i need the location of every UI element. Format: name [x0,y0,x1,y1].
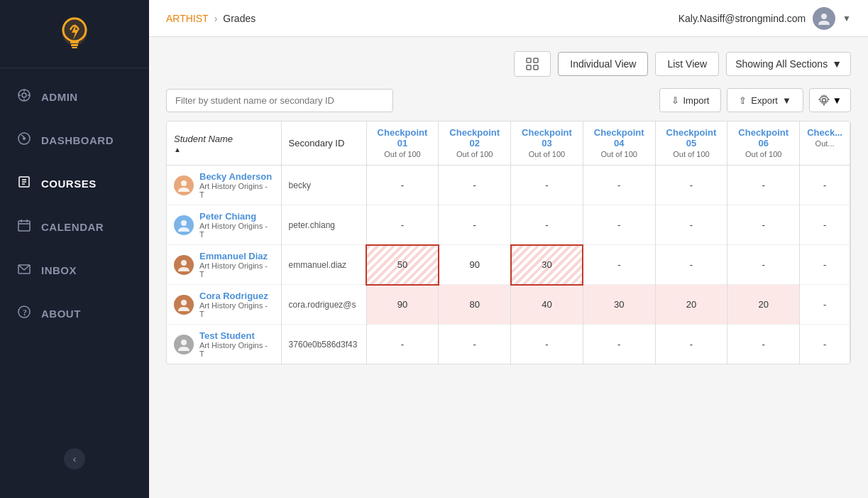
score-value: - [762,180,765,190]
score-cell[interactable]: - [511,166,583,205]
individual-view-button[interactable]: Individual View [558,52,648,76]
table-row: Becky Anderson Art History Origins - T b… [167,166,850,205]
score-cell[interactable]: - [800,166,850,205]
score-cell[interactable]: - [727,166,800,205]
score-cell[interactable]: - [655,325,727,364]
student-avatar [174,175,194,195]
checkpoint-03-header[interactable]: Checkpoint 03 Out of 100 [511,121,583,166]
sidebar-nav: ADMIN DASHBOARD COURSES CALENDAR INBOX [0,75,149,498]
checkpoint-02-label: Checkpoint 02 [449,127,500,148]
topbar-user[interactable]: Kaly.Nasiff@strongmind.com ▼ [679,7,851,30]
checkpoint-01-header[interactable]: Checkpoint 01 Out of 100 [366,121,439,166]
student-name[interactable]: Cora Rodriguez [199,291,274,301]
score-value: - [401,220,404,230]
collapse-button[interactable]: ‹ [64,448,85,470]
checkpoint-02-header[interactable]: Checkpoint 02 Out of 100 [439,121,511,166]
user-email: Kaly.Nasiff@strongmind.com [679,13,806,24]
sidebar-item-courses[interactable]: COURSES [0,162,149,205]
score-cell[interactable]: - [366,166,439,205]
dashboard-icon [17,131,31,149]
score-cell[interactable]: - [655,205,727,245]
sidebar-item-about[interactable]: ? ABOUT [0,292,149,335]
avatar [813,7,835,30]
score-cell[interactable]: - [366,325,439,364]
score-cell[interactable]: 20 [727,285,800,325]
export-button[interactable]: ⇧ Export ▼ [727,88,803,112]
score-cell[interactable]: - [655,166,727,205]
score-cell[interactable]: - [583,205,655,245]
calendar-icon [17,218,31,236]
student-cell: Peter Chiang Art History Origins - T [167,205,281,245]
breadcrumb-separator: › [214,13,218,24]
score-cell[interactable]: - [727,205,800,245]
secondary-id-cell: cora.rodriguez@s [281,285,366,325]
score-cell[interactable]: 30 [583,285,655,325]
score-cell[interactable]: 50 [366,245,439,285]
score-cell[interactable]: - [583,325,655,364]
sidebar-item-dashboard-label: DASHBOARD [41,134,114,146]
score-cell[interactable]: - [511,325,583,364]
score-cell[interactable]: - [800,245,850,285]
table-row: Emmanuel Diaz Art History Origins - T em… [167,245,850,285]
score-cell[interactable]: - [800,325,850,364]
action-buttons: ⇩ Import ⇧ Export ▼ ▼ [659,88,852,112]
score-cell[interactable]: - [439,325,511,364]
settings-button[interactable]: ▼ [809,88,851,112]
breadcrumb-link[interactable]: ARTHIST [166,13,209,24]
svg-text:?: ? [23,308,28,318]
score-cell[interactable]: 40 [511,285,583,325]
score-cell[interactable]: - [727,325,800,364]
student-name[interactable]: Emmanuel Diaz [199,251,274,261]
student-name[interactable]: Peter Chiang [199,211,274,222]
checkpoint-06-header[interactable]: Checkpoint 06 Out of 100 [727,121,800,166]
student-name-header[interactable]: Student Name ▲ [167,121,281,166]
score-cell[interactable]: 30 [511,245,583,285]
grid-view-icon-button[interactable] [514,51,551,77]
score-value: - [823,180,826,190]
sidebar-logo [0,0,149,68]
sidebar: ADMIN DASHBOARD COURSES CALENDAR INBOX [0,0,149,498]
score-cell[interactable]: - [439,205,511,245]
score-value: - [823,220,826,230]
student-name[interactable]: Test Student [199,330,274,341]
showing-all-sections-button[interactable]: Showing All Sections ▼ [726,52,851,76]
score-value: - [762,220,765,230]
score-cell[interactable]: - [366,205,439,245]
checkpoint-02-subtext: Out of 100 [456,150,493,158]
score-cell[interactable]: 80 [439,285,511,325]
student-name[interactable]: Becky Anderson [199,171,274,182]
score-cell[interactable]: - [439,166,511,205]
search-input[interactable] [166,89,393,112]
secondary-id-cell: peter.chiang [281,205,366,245]
sidebar-item-inbox[interactable]: INBOX [0,249,149,292]
sidebar-item-admin[interactable]: ADMIN [0,75,149,119]
score-cell[interactable]: - [655,245,727,285]
sidebar-item-calendar-label: CALENDAR [41,221,104,233]
sidebar-item-calendar[interactable]: CALENDAR [0,205,149,249]
export-icon: ⇧ [739,95,747,106]
checkpoint-04-header[interactable]: Checkpoint 04 Out of 100 [583,121,655,166]
sidebar-item-dashboard[interactable]: DASHBOARD [0,119,149,162]
checkpoint-more-header[interactable]: Check... Out... [800,121,850,166]
score-cell[interactable]: - [511,205,583,245]
list-view-button[interactable]: List View [655,52,719,76]
score-cell[interactable]: 90 [439,245,511,285]
sidebar-item-inbox-label: INBOX [41,264,77,276]
score-value: - [617,339,620,350]
svg-rect-27 [527,58,531,63]
score-cell[interactable]: 90 [366,285,439,325]
student-info: Cora Rodriguez Art History Origins - T [174,291,274,318]
student-avatar [174,335,194,354]
checkpoint-03-label: Checkpoint 03 [522,127,572,148]
import-button[interactable]: ⇩ Import [659,88,722,112]
student-info: Emmanuel Diaz Art History Origins - T [174,251,274,278]
score-cell[interactable]: - [800,285,850,325]
score-cell[interactable]: 20 [655,285,727,325]
action-bar: ⇩ Import ⇧ Export ▼ ▼ [166,88,851,112]
score-cell[interactable]: - [583,166,655,205]
svg-point-13 [23,137,26,140]
score-cell[interactable]: - [800,205,850,245]
checkpoint-05-header[interactable]: Checkpoint 05 Out of 100 [655,121,727,166]
score-cell[interactable]: - [727,245,800,285]
score-cell[interactable]: - [583,245,655,285]
